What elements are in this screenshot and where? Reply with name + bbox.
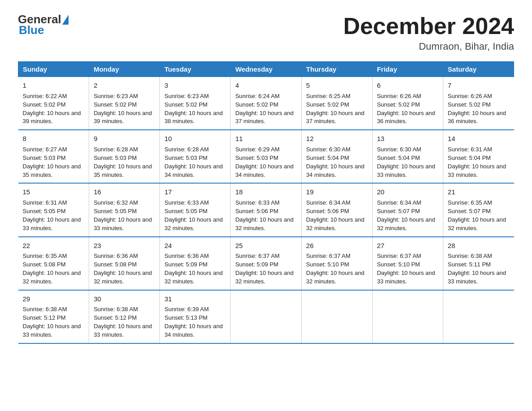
sunrise-text: Sunrise: 6:38 AM [94, 306, 138, 313]
calendar-cell: 23Sunrise: 6:36 AMSunset: 5:08 PMDayligh… [89, 237, 160, 290]
calendar-header-row: SundayMondayTuesdayWednesdayThursdayFrid… [18, 62, 514, 77]
sunrise-text: Sunrise: 6:31 AM [23, 199, 67, 206]
sunrise-text: Sunrise: 6:27 AM [23, 146, 67, 153]
daylight-text: Daylight: 10 hours and 38 minutes. [164, 110, 223, 125]
sunset-text: Sunset: 5:12 PM [94, 314, 137, 321]
calendar-cell: 12Sunrise: 6:30 AMSunset: 5:04 PMDayligh… [301, 130, 372, 183]
header-saturday: Saturday [443, 62, 514, 77]
sunset-text: Sunset: 5:12 PM [23, 314, 66, 321]
day-number: 15 [23, 187, 85, 197]
daylight-text: Daylight: 10 hours and 37 minutes. [235, 110, 293, 125]
logo: General Blue [18, 13, 69, 37]
sunrise-text: Sunrise: 6:37 AM [377, 253, 421, 259]
header-sunday: Sunday [18, 62, 89, 77]
calendar-cell: 28Sunrise: 6:38 AMSunset: 5:11 PMDayligh… [443, 237, 514, 290]
title-area: December 2024 Dumraon, Bihar, India [343, 13, 514, 52]
day-number: 17 [164, 187, 226, 197]
header-monday: Monday [89, 62, 160, 77]
calendar-week-2: 8Sunrise: 6:27 AMSunset: 5:03 PMDaylight… [18, 130, 514, 183]
calendar-cell: 10Sunrise: 6:28 AMSunset: 5:03 PMDayligh… [160, 130, 231, 183]
calendar-cell: 26Sunrise: 6:37 AMSunset: 5:10 PMDayligh… [301, 237, 372, 290]
daylight-text: Daylight: 10 hours and 33 minutes. [94, 216, 152, 231]
sunset-text: Sunset: 5:08 PM [23, 261, 66, 268]
calendar-cell: 7Sunrise: 6:26 AMSunset: 5:02 PMDaylight… [443, 77, 514, 130]
sunrise-text: Sunrise: 6:23 AM [94, 93, 138, 99]
day-number: 14 [448, 134, 510, 144]
header-tuesday: Tuesday [160, 62, 231, 77]
calendar-cell: 20Sunrise: 6:34 AMSunset: 5:07 PMDayligh… [372, 183, 443, 236]
calendar-cell: 3Sunrise: 6:23 AMSunset: 5:02 PMDaylight… [160, 77, 231, 130]
calendar-cell: 18Sunrise: 6:33 AMSunset: 5:06 PMDayligh… [231, 183, 301, 236]
calendar-cell: 21Sunrise: 6:35 AMSunset: 5:07 PMDayligh… [443, 183, 514, 236]
daylight-text: Daylight: 10 hours and 33 minutes. [448, 270, 506, 285]
header-thursday: Thursday [301, 62, 372, 77]
day-number: 13 [377, 134, 438, 144]
sunrise-text: Sunrise: 6:26 AM [448, 93, 492, 99]
day-number: 4 [235, 81, 296, 90]
sunrise-text: Sunrise: 6:30 AM [306, 146, 351, 153]
calendar-cell: 16Sunrise: 6:32 AMSunset: 5:05 PMDayligh… [89, 183, 160, 236]
daylight-text: Daylight: 10 hours and 36 minutes. [377, 110, 435, 125]
page-title: December 2024 [343, 13, 514, 39]
sunset-text: Sunset: 5:10 PM [377, 261, 420, 268]
daylight-text: Daylight: 10 hours and 32 minutes. [164, 270, 223, 285]
day-number: 10 [164, 134, 226, 144]
page-header: General Blue December 2024 Dumraon, Biha… [18, 13, 514, 52]
sunset-text: Sunset: 5:09 PM [164, 261, 207, 268]
sunset-text: Sunset: 5:02 PM [377, 101, 420, 108]
daylight-text: Daylight: 10 hours and 32 minutes. [94, 270, 152, 285]
sunset-text: Sunset: 5:06 PM [235, 208, 278, 214]
sunrise-text: Sunrise: 6:25 AM [306, 93, 351, 99]
day-number: 22 [23, 241, 85, 251]
calendar-cell: 4Sunrise: 6:24 AMSunset: 5:02 PMDaylight… [231, 77, 301, 130]
sunset-text: Sunset: 5:02 PM [235, 101, 278, 108]
sunset-text: Sunset: 5:13 PM [164, 314, 207, 321]
calendar-cell: 1Sunrise: 6:22 AMSunset: 5:02 PMDaylight… [18, 77, 89, 130]
sunset-text: Sunset: 5:04 PM [377, 154, 420, 161]
daylight-text: Daylight: 10 hours and 33 minutes. [23, 216, 81, 231]
sunrise-text: Sunrise: 6:24 AM [235, 93, 279, 99]
sunrise-text: Sunrise: 6:36 AM [164, 253, 209, 259]
sunset-text: Sunset: 5:06 PM [306, 208, 349, 214]
sunrise-text: Sunrise: 6:39 AM [164, 306, 209, 313]
day-number: 1 [23, 81, 85, 90]
calendar-cell: 30Sunrise: 6:38 AMSunset: 5:12 PMDayligh… [89, 290, 160, 343]
daylight-text: Daylight: 10 hours and 34 minutes. [235, 163, 293, 178]
daylight-text: Daylight: 10 hours and 32 minutes. [448, 216, 506, 231]
calendar-cell: 5Sunrise: 6:25 AMSunset: 5:02 PMDaylight… [301, 77, 372, 130]
calendar-cell [372, 290, 443, 343]
day-number: 12 [306, 134, 368, 144]
sunrise-text: Sunrise: 6:32 AM [94, 199, 138, 206]
sunrise-text: Sunrise: 6:22 AM [23, 93, 67, 99]
day-number: 3 [164, 81, 226, 90]
logo-triangle-icon [62, 15, 69, 25]
sunset-text: Sunset: 5:02 PM [306, 101, 349, 108]
sunrise-text: Sunrise: 6:28 AM [164, 146, 209, 153]
daylight-text: Daylight: 10 hours and 35 minutes. [94, 163, 152, 178]
sunrise-text: Sunrise: 6:35 AM [448, 199, 492, 206]
daylight-text: Daylight: 10 hours and 33 minutes. [377, 270, 435, 285]
day-number: 28 [448, 241, 510, 251]
calendar-week-1: 1Sunrise: 6:22 AMSunset: 5:02 PMDaylight… [18, 77, 514, 130]
daylight-text: Daylight: 10 hours and 34 minutes. [306, 163, 365, 178]
daylight-text: Daylight: 10 hours and 32 minutes. [306, 270, 365, 285]
calendar-week-5: 29Sunrise: 6:38 AMSunset: 5:12 PMDayligh… [18, 290, 514, 343]
daylight-text: Daylight: 10 hours and 33 minutes. [377, 163, 435, 178]
daylight-text: Daylight: 10 hours and 32 minutes. [235, 270, 293, 285]
calendar-cell: 17Sunrise: 6:33 AMSunset: 5:05 PMDayligh… [160, 183, 231, 236]
day-number: 16 [94, 187, 155, 197]
calendar-cell [231, 290, 301, 343]
sunrise-text: Sunrise: 6:38 AM [448, 253, 492, 259]
day-number: 7 [448, 81, 510, 90]
sunrise-text: Sunrise: 6:31 AM [448, 146, 492, 153]
calendar-cell: 27Sunrise: 6:37 AMSunset: 5:10 PMDayligh… [372, 237, 443, 290]
sunrise-text: Sunrise: 6:28 AM [94, 146, 138, 153]
daylight-text: Daylight: 10 hours and 32 minutes. [377, 216, 435, 231]
calendar-cell: 25Sunrise: 6:37 AMSunset: 5:09 PMDayligh… [231, 237, 301, 290]
sunset-text: Sunset: 5:07 PM [377, 208, 420, 214]
calendar-cell: 19Sunrise: 6:34 AMSunset: 5:06 PMDayligh… [301, 183, 372, 236]
daylight-text: Daylight: 10 hours and 33 minutes. [448, 163, 506, 178]
logo-blue-text: Blue [18, 23, 44, 37]
sunrise-text: Sunrise: 6:33 AM [235, 199, 279, 206]
day-number: 2 [94, 81, 155, 90]
